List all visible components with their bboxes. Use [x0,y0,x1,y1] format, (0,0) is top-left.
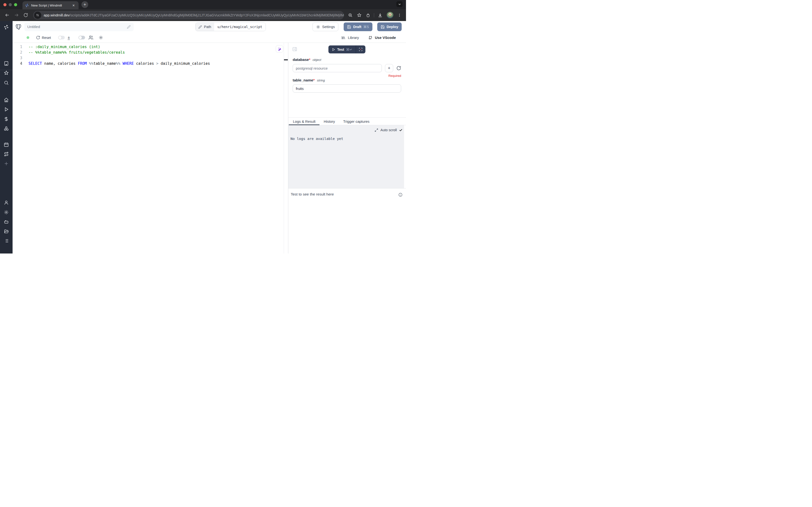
magic-wand-icon [278,47,282,51]
table-name-input[interactable] [293,84,401,93]
check-icon [399,128,403,132]
favorites-star-icon[interactable] [4,70,9,75]
settings-gear-icon[interactable] [4,210,9,215]
ai-assistant-button[interactable] [276,45,283,53]
result-area: Test to see the result here [288,188,406,253]
refresh-resources-icon[interactable] [396,66,401,70]
folders-icon[interactable] [4,229,9,234]
required-asterisk: * [313,78,315,82]
traffic-lights[interactable] [3,3,17,6]
workers-robot-icon[interactable] [4,219,9,224]
tab-logs-result[interactable]: Logs & Result [289,118,320,125]
capture-button[interactable] [356,45,365,53]
browser-menu-kebab-icon[interactable] [398,13,401,17]
toolbar-divider [374,13,374,17]
runs-play-icon[interactable] [4,107,9,112]
download-icon[interactable] [378,13,383,18]
site-info-icon[interactable] [34,12,41,19]
path-value[interactable]: u/henri/magical_script [214,23,266,31]
back-icon[interactable] [5,12,10,18]
deploy-button[interactable]: Deploy [377,22,402,31]
users-person-icon[interactable] [4,200,9,205]
library-icon [341,36,346,40]
info-icon[interactable] [398,192,403,197]
url-text[interactable]: app.windmill.dev/scripts/add#JTdCJTIyaGF… [44,13,344,17]
resources-boxes-icon[interactable] [4,126,9,131]
edit-name-pencil-icon[interactable] [127,25,131,29]
code-editor[interactable]: 1 -- :daily_minimum_calories (int) 2 -- … [12,43,288,253]
no-logs-message: No logs are available yet [290,137,343,140]
line-number: 2 [12,50,22,55]
app-sidebar [0,21,12,253]
bookmark-star-icon[interactable] [357,13,361,17]
expand-icon[interactable] [374,128,378,132]
play-icon [332,48,335,51]
line-number: 1 [12,45,22,49]
arguments-section: Test ⌘↵ database* object [288,43,406,117]
script-header: Untitled Path u/henri/magical_script Set… [12,21,406,33]
test-button[interactable]: Test ⌘↵ [329,45,355,53]
deploy-save-icon [381,25,385,29]
zoom-window-button[interactable] [14,3,17,6]
tab-history[interactable]: History [320,118,339,125]
draft-shortcut: ⌘S [363,25,369,29]
home-icon[interactable] [4,97,9,103]
script-name: Untitled [27,25,127,29]
multiplayer-users-icon [89,35,93,40]
line-number-active: 4 [12,61,22,66]
new-tab-button[interactable]: + [81,1,88,8]
sidebar-divider [0,70,12,70]
path-label: Path [204,25,211,29]
collapse-panel-icon[interactable] [292,47,297,52]
line-number: 3 [12,56,22,60]
zoom-page-icon[interactable] [348,13,353,17]
settings-button[interactable]: Settings [312,22,338,31]
schedules-calendar-icon[interactable] [4,142,9,147]
logs-area: Auto scroll No logs are available yet [288,125,404,188]
editor-settings-gear-icon[interactable] [99,35,103,40]
add-plus-icon[interactable] [4,161,9,166]
minimize-window-button[interactable] [9,3,12,6]
extension-icon[interactable] [366,13,370,17]
auto-scroll-control[interactable]: Auto scroll [374,128,403,132]
multiplayer-toggle[interactable] [78,36,85,39]
reload-icon[interactable] [23,13,28,17]
use-vscode-button[interactable]: Use VScode [368,35,396,40]
profile-avatar[interactable] [387,12,394,18]
code-line-4[interactable]: 4 SELECT name, calories FROM %%table_nam… [12,61,288,66]
tab-trigger-captures[interactable]: Trigger captures [339,118,373,125]
close-window-button[interactable] [3,3,6,6]
code-line-1[interactable]: 1 -- :daily_minimum_calories (int) [12,44,288,50]
diff-plusminus-icon: ± [68,36,70,40]
editor-toolbar: Reset ± Library Use VScode [12,33,406,43]
search-icon[interactable] [4,80,9,85]
variables-dollar-icon[interactable] [4,116,9,122]
address-bar[interactable]: app.windmill.dev/scripts/add#JTdCJTIyaGF… [33,11,344,19]
reset-button[interactable]: Reset [36,36,51,40]
script-name-field[interactable]: Untitled [24,22,134,31]
code-line-2[interactable]: 2 -- %%table_name%% fruits/vegetables/ce… [12,50,288,55]
windmill-logo[interactable] [4,24,9,30]
workspace-building-icon[interactable] [4,61,9,66]
browser-tab[interactable]: New Script | Windmill ✕ [22,1,78,9]
tab-search-chevron-icon[interactable] [396,1,403,7]
panel-tabs: Logs & Result History Trigger captures [288,117,406,125]
add-resource-button[interactable]: + [385,64,393,72]
tab-strip: New Script | Windmill ✕ + [0,0,406,9]
editor-gutter-line [284,43,284,253]
reset-refresh-icon [36,36,40,40]
audit-logs-list-icon[interactable] [4,238,9,243]
field-type: object [312,58,321,62]
tab-title: New Script | Windmill [31,4,71,7]
library-button[interactable]: Library [341,36,359,40]
diff-toggle[interactable] [58,36,65,39]
tab-close-icon[interactable]: ✕ [71,3,76,8]
code-line-3[interactable]: 3 [12,55,288,61]
database-input[interactable] [293,64,382,72]
browser-toolbar: app.windmill.dev/scripts/add#JTdCJTIyaGF… [0,9,406,21]
routes-icon[interactable] [4,152,9,157]
draft-button[interactable]: Draft ⌘S [344,22,372,31]
path-field[interactable]: Path u/henri/magical_script [195,22,266,31]
capture-frame-icon [359,47,363,52]
forward-icon[interactable] [14,12,19,18]
